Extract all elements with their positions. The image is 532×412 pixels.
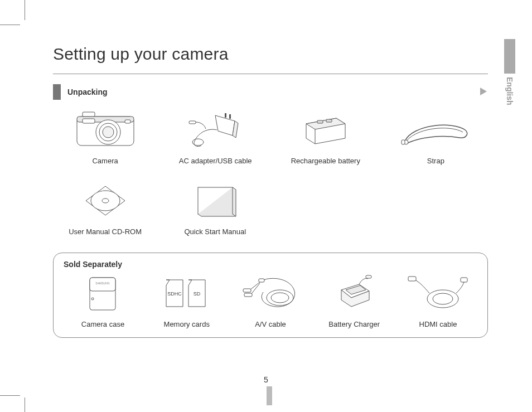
svg-text:SAMSUNG: SAMSUNG — [96, 282, 110, 285]
ac-adapter-icon — [185, 111, 246, 150]
crop-mark — [0, 395, 20, 396]
cd-icon — [80, 182, 130, 221]
strap-icon — [399, 111, 472, 150]
item-memory-cards: SDHC SD Memory cards — [147, 274, 226, 328]
svg-rect-9 — [225, 113, 226, 118]
item-cdrom: User Manual CD-ROM — [53, 182, 157, 236]
item-label: Camera — [92, 157, 118, 165]
camera-icon — [75, 111, 136, 150]
svg-rect-13 — [317, 120, 323, 123]
manual-icon — [190, 182, 240, 221]
svg-point-7 — [103, 127, 114, 138]
page-title: Setting up your camera — [53, 45, 488, 64]
av-cable-icon — [240, 274, 301, 313]
svg-point-25 — [271, 293, 289, 303]
item-label: Rechargeable battery — [291, 157, 360, 165]
item-quickstart: Quick Start Manual — [163, 182, 267, 236]
crop-mark — [25, 0, 25, 20]
item-camera-case: SAMSUNG Camera case — [64, 274, 142, 328]
item-hdmi-cable: HDMI cable — [399, 274, 477, 328]
case-icon: SAMSUNG — [83, 274, 122, 313]
svg-rect-4 — [83, 119, 95, 123]
svg-rect-33 — [461, 278, 467, 282]
svg-marker-0 — [480, 88, 487, 95]
svg-rect-27 — [244, 293, 252, 297]
page-number-tab — [267, 386, 272, 405]
sold-separately-title: Sold Separately — [64, 260, 477, 269]
item-battery-charger: Battery Charger — [315, 274, 394, 328]
section-header: Unpacking — [53, 84, 488, 100]
language-label: English — [505, 77, 514, 105]
sd-text: SD — [193, 291, 200, 297]
crop-mark — [0, 25, 20, 25]
svg-rect-26 — [243, 289, 251, 292]
item-label: Quick Start Manual — [185, 227, 246, 236]
item-label: Memory cards — [164, 320, 210, 328]
svg-rect-16 — [402, 140, 405, 144]
item-label: A/V cable — [255, 320, 286, 328]
svg-point-24 — [267, 290, 293, 306]
svg-rect-32 — [408, 277, 416, 281]
item-label: Camera case — [81, 320, 124, 328]
language-tab: English — [493, 39, 515, 105]
svg-point-22 — [91, 298, 94, 300]
item-av-cable: A/V cable — [231, 274, 310, 328]
sdhc-text: SDHC — [167, 291, 182, 297]
svg-rect-10 — [229, 114, 231, 119]
section-title: Unpacking — [61, 88, 108, 96]
svg-point-18 — [102, 198, 109, 203]
item-camera: Camera — [53, 111, 157, 165]
language-tab-block — [504, 39, 515, 74]
sd-cards-icon: SDHC SD — [162, 274, 212, 313]
title-rule — [53, 74, 488, 74]
svg-rect-29 — [366, 275, 371, 278]
item-label: User Manual CD-ROM — [69, 227, 142, 236]
svg-point-30 — [427, 290, 458, 308]
hdmi-cable-icon — [407, 274, 468, 313]
item-battery: Rechargeable battery — [273, 111, 378, 165]
item-ac-adapter: AC adapter/USB cable — [163, 111, 268, 165]
item-label: Battery Charger — [328, 320, 380, 328]
sold-separately-box: Sold Separately SAMSUNG Camera case — [53, 253, 488, 338]
svg-rect-12 — [189, 121, 196, 124]
item-label: HDMI cable — [419, 320, 457, 328]
svg-rect-3 — [83, 112, 95, 117]
svg-point-31 — [433, 293, 453, 304]
page-number: 5 — [264, 375, 268, 384]
crop-mark — [25, 398, 25, 412]
svg-rect-8 — [125, 120, 130, 123]
triangle-right-icon — [480, 88, 488, 97]
battery-icon — [301, 111, 351, 150]
svg-rect-14 — [326, 119, 332, 122]
item-strap: Strap — [384, 111, 488, 165]
item-label: Strap — [427, 157, 444, 165]
svg-rect-28 — [259, 279, 264, 282]
section-accent-block — [53, 84, 61, 100]
item-label: AC adapter/USB cable — [179, 157, 252, 165]
charger-icon — [329, 274, 379, 313]
